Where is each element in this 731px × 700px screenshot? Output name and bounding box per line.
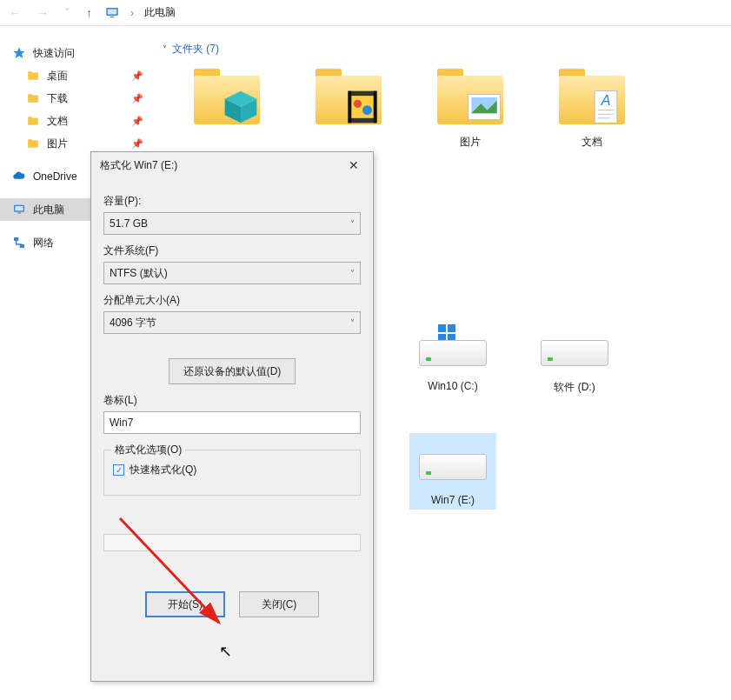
back-arrow-icon[interactable]: ←	[5, 6, 24, 20]
button-label: 还原设备的默认值(D)	[183, 364, 282, 379]
svg-rect-8	[28, 118, 38, 125]
pin-icon: 📌	[131, 116, 143, 127]
pin-icon: 📌	[131, 138, 143, 150]
folder-item-3dobjects[interactable]	[183, 65, 270, 153]
checkbox-label: 快速格式化(Q)	[130, 463, 196, 477]
svg-rect-14	[17, 212, 21, 213]
drive-label: Win10 (C:)	[428, 380, 477, 392]
folder-icon	[26, 91, 40, 105]
drive-item-e[interactable]: Win7 (E:)	[409, 433, 496, 510]
progress-bar	[103, 534, 361, 551]
address-bar: ← → ˅ ↑ › 此电脑	[0, 0, 731, 26]
svg-rect-6	[28, 96, 38, 103]
folders-group-header[interactable]: ˅ 文件夹 (7)	[157, 38, 731, 65]
chevron-down-icon: ˅	[350, 269, 355, 278]
folder-item-pictures[interactable]: 图片	[427, 65, 514, 153]
folder-label: 文档	[581, 135, 602, 150]
network-icon	[12, 236, 26, 250]
button-label: 关闭(C)	[262, 597, 297, 612]
svg-rect-2	[110, 16, 115, 17]
sidebar-item-downloads[interactable]: 下载 📌	[0, 87, 152, 110]
sidebar-item-label: 文档	[47, 114, 68, 129]
close-icon[interactable]: ✕	[343, 158, 364, 172]
svg-rect-9	[28, 117, 32, 118]
sidebar-item-documents[interactable]: 文档 📌	[0, 110, 152, 132]
drive-item-d[interactable]: 软件 (D:)	[531, 319, 618, 398]
svg-rect-5	[28, 71, 32, 73]
svg-rect-15	[14, 237, 18, 241]
folder-icon	[26, 114, 40, 128]
sidebar-item-desktop[interactable]: 桌面 📌	[0, 64, 152, 87]
format-options-group: 格式化选项(O) ✓ 快速格式化(Q)	[103, 450, 361, 496]
svg-rect-37	[448, 324, 455, 332]
svg-rect-4	[28, 73, 38, 80]
chevron-down-icon: ˅	[350, 318, 355, 328]
drive-label: Win7 (E:)	[431, 494, 475, 506]
pin-icon: 📌	[131, 70, 143, 82]
quick-format-checkbox[interactable]: ✓ 快速格式化(Q)	[113, 463, 351, 477]
close-button[interactable]: 关闭(C)	[239, 591, 319, 617]
capacity-select[interactable]: 51.7 GB ˅	[103, 212, 361, 235]
drive-item-c[interactable]: Win10 (C:)	[409, 319, 496, 398]
sidebar-quick-access[interactable]: 快速访问	[0, 42, 152, 64]
svg-rect-13	[15, 206, 23, 210]
filesystem-value: NTFS (默认)	[110, 266, 168, 281]
sidebar-item-label: 下载	[47, 91, 68, 106]
dialog-titlebar[interactable]: 格式化 Win7 (E:) ✕	[91, 152, 373, 178]
allocation-value: 4096 字节	[110, 316, 156, 330]
this-pc-icon	[12, 203, 26, 217]
svg-rect-36	[438, 324, 446, 332]
film-icon	[343, 88, 382, 126]
filesystem-select[interactable]: NTFS (默认) ˅	[103, 262, 361, 284]
cube-icon	[222, 88, 260, 126]
allocation-label: 分配单元大小(A)	[103, 293, 361, 308]
volume-label-value: Win7	[110, 417, 133, 429]
sidebar-item-label: 图片	[47, 137, 68, 151]
svg-point-23	[362, 105, 372, 115]
up-arrow-icon[interactable]: ↑	[83, 6, 96, 20]
folder-item-videos[interactable]	[305, 65, 392, 153]
document-icon: A	[587, 88, 625, 126]
drive-label: 软件 (D:)	[554, 380, 595, 395]
format-options-legend: 格式化选项(O)	[111, 443, 185, 457]
folder-label: 图片	[460, 135, 481, 150]
svg-rect-11	[28, 139, 32, 141]
breadcrumb-separator-icon: ›	[129, 7, 136, 19]
capacity-label: 容量(P):	[103, 194, 361, 209]
restore-defaults-button[interactable]: 还原设备的默认值(D)	[169, 358, 296, 384]
format-dialog: 格式化 Win7 (E:) ✕ 容量(P): 51.7 GB ˅ 文件系统(F)…	[90, 151, 374, 682]
start-button[interactable]: 开始(S)	[145, 591, 225, 617]
chevron-down-icon: ˅	[350, 219, 355, 229]
dialog-title: 格式化 Win7 (E:)	[100, 158, 177, 173]
capacity-value: 51.7 GB	[110, 217, 148, 230]
forward-arrow-icon[interactable]: →	[33, 6, 52, 20]
svg-marker-3	[13, 47, 24, 58]
checkbox-checked-icon: ✓	[113, 464, 124, 476]
folder-item-documents[interactable]: A 文档	[548, 65, 635, 153]
button-label: 开始(S)	[168, 597, 203, 612]
folder-icon	[26, 137, 40, 150]
svg-rect-24	[349, 91, 352, 123]
chevron-down-icon[interactable]: ˅	[61, 6, 74, 20]
svg-rect-1	[108, 9, 117, 14]
chevron-down-icon: ˅	[163, 44, 167, 54]
filesystem-label: 文件系统(F)	[103, 243, 361, 258]
volume-label-label: 卷标(L)	[103, 393, 361, 408]
svg-point-22	[354, 100, 362, 108]
svg-rect-25	[374, 91, 377, 123]
folder-icon	[26, 69, 40, 83]
sidebar-item-label: 此电脑	[33, 203, 64, 217]
svg-text:A: A	[600, 92, 610, 108]
breadcrumb-location[interactable]: 此电脑	[144, 5, 176, 20]
group-header-label: 文件夹 (7)	[172, 42, 219, 57]
volume-label-input[interactable]: Win7	[103, 411, 361, 434]
cloud-icon	[12, 170, 26, 183]
sidebar-item-label: 网络	[33, 236, 54, 250]
sidebar-item-label: OneDrive	[33, 170, 77, 183]
allocation-select[interactable]: 4096 字节 ˅	[103, 311, 361, 334]
this-pc-icon	[104, 5, 120, 21]
sidebar-item-label: 快速访问	[33, 46, 75, 61]
picture-icon	[465, 88, 503, 126]
svg-rect-10	[28, 141, 38, 148]
pin-icon: 📌	[131, 93, 143, 104]
